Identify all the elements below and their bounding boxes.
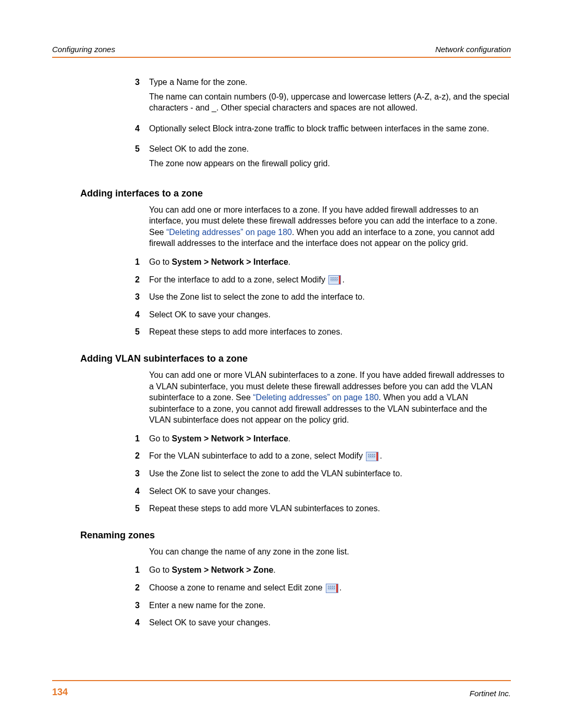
- step-number: 5: [120, 143, 149, 172]
- section-heading-adding-vlan: Adding VLAN subinterfaces to a zone: [80, 353, 511, 364]
- step-item: 3 Use the Zone list to select the zone t…: [120, 468, 511, 479]
- step-number: 4: [120, 486, 149, 497]
- top-step-list: 3 Type a Name for the zone. The name can…: [120, 77, 511, 172]
- running-header: Configuring zones Network configuration: [52, 45, 511, 54]
- section-intro: You can add one or more interfaces to a …: [149, 204, 511, 249]
- step-item: 5 Repeat these steps to add more VLAN su…: [120, 503, 511, 514]
- header-right: Network configuration: [435, 45, 511, 54]
- step-number: 4: [120, 617, 149, 628]
- step-item: 4 Select OK to save your changes.: [120, 617, 511, 628]
- step-item: 1 Go to System > Network > Interface.: [120, 433, 511, 445]
- step-text: Go to System > Network > Zone.: [149, 564, 511, 576]
- section-heading-renaming-zones: Renaming zones: [80, 530, 511, 541]
- step-number: 1: [120, 564, 149, 576]
- section-intro: You can change the name of any zone in t…: [149, 546, 511, 558]
- step-number: 3: [120, 291, 149, 303]
- step-text: For the interface to add to a zone, sele…: [149, 274, 511, 286]
- section-intro: You can add one or more VLAN subinterfac…: [149, 369, 511, 426]
- sec3-step-list: 1 Go to System > Network > Zone. 2 Choos…: [120, 564, 511, 628]
- step-number: 5: [120, 326, 149, 338]
- step-number: 3: [120, 600, 149, 611]
- footer-rule: [52, 680, 511, 681]
- step-item: 1 Go to System > Network > Interface.: [120, 256, 511, 268]
- step-text: Go to System > Network > Interface.: [149, 433, 511, 445]
- section-heading-adding-interfaces: Adding interfaces to a zone: [80, 188, 511, 199]
- header-left: Configuring zones: [52, 45, 115, 54]
- step-item: 4 Optionally select Block intra-zone tra…: [120, 123, 511, 138]
- step-text: Optionally select Block intra-zone traff…: [149, 123, 511, 138]
- step-item: 4 Select OK to save your changes.: [120, 309, 511, 320]
- step-text: Use the Zone list to select the zone to …: [149, 468, 511, 479]
- sec2-step-list: 1 Go to System > Network > Interface. 2 …: [120, 433, 511, 514]
- step-text: Repeat these steps to add more VLAN subi…: [149, 503, 511, 514]
- step-number: 2: [120, 450, 149, 462]
- menu-path: System > Network > Interface: [172, 257, 288, 266]
- step-item: 2 For the interface to add to a zone, se…: [120, 274, 511, 286]
- step-text: Select OK to add the zone. The zone now …: [149, 143, 511, 172]
- page-number: 134: [52, 687, 68, 698]
- running-footer: 134 Fortinet Inc.: [52, 687, 511, 698]
- step-text: Select OK to save your changes.: [149, 309, 511, 320]
- step-text: Select OK to save your changes.: [149, 617, 511, 628]
- step-number: 2: [120, 582, 149, 594]
- modify-icon: [328, 275, 341, 285]
- step-number: 2: [120, 274, 149, 286]
- step-number: 3: [120, 77, 149, 117]
- step-number: 4: [120, 123, 149, 138]
- step-text: Go to System > Network > Interface.: [149, 256, 511, 268]
- step-item: 1 Go to System > Network > Zone.: [120, 564, 511, 576]
- step-text: Use the Zone list to select the zone to …: [149, 291, 511, 303]
- step-number: 3: [120, 468, 149, 479]
- sec1-step-list: 1 Go to System > Network > Interface. 2 …: [120, 256, 511, 338]
- step-text: Choose a zone to rename and select Edit …: [149, 582, 511, 594]
- step-number: 4: [120, 309, 149, 320]
- step-item: 2 For the VLAN subinterface to add to a …: [120, 450, 511, 462]
- step-text: For the VLAN subinterface to add to a zo…: [149, 450, 511, 462]
- step-number: 1: [120, 256, 149, 268]
- step-number: 1: [120, 433, 149, 445]
- menu-path: System > Network > Interface: [172, 434, 288, 443]
- step-text: Type a Name for the zone. The name can c…: [149, 77, 511, 117]
- step-number: 5: [120, 503, 149, 514]
- step-item: 4 Select OK to save your changes.: [120, 486, 511, 497]
- step-item: 3 Enter a new name for the zone.: [120, 600, 511, 611]
- step-item: 3 Use the Zone list to select the zone t…: [120, 291, 511, 303]
- document-page: Configuring zones Network configuration …: [0, 0, 563, 728]
- step-item: 3 Type a Name for the zone. The name can…: [120, 77, 511, 117]
- xref-deleting-addresses[interactable]: “Deleting addresses” on page 180: [253, 393, 378, 402]
- footer-publisher: Fortinet Inc.: [470, 689, 511, 698]
- menu-path: System > Network > Zone: [172, 565, 274, 574]
- header-rule: [52, 57, 511, 58]
- xref-deleting-addresses[interactable]: “Deleting addresses” on page 180: [166, 228, 292, 237]
- step-item: 2 Choose a zone to rename and select Edi…: [120, 582, 511, 594]
- step-item: 5 Repeat these steps to add more interfa…: [120, 326, 511, 338]
- modify-icon: [366, 452, 378, 461]
- step-item: 5 Select OK to add the zone. The zone no…: [120, 143, 511, 172]
- page-content: 3 Type a Name for the zone. The name can…: [52, 77, 511, 628]
- edit-zone-icon: [326, 584, 338, 593]
- step-text: Repeat these steps to add more interface…: [149, 326, 511, 338]
- step-text: Enter a new name for the zone.: [149, 600, 511, 611]
- step-text: Select OK to save your changes.: [149, 486, 511, 497]
